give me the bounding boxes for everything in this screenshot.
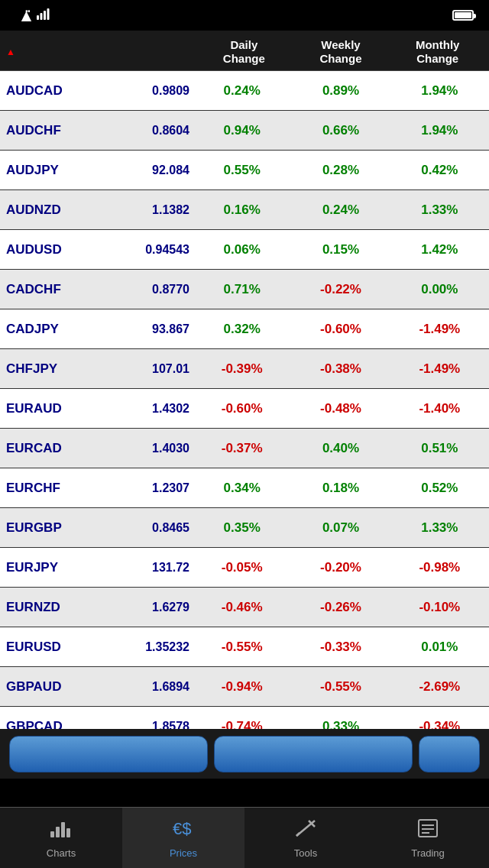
cell-last: 1.1382 [107,203,193,217]
cell-symbol: CADJPY [0,322,107,337]
cell-monthly: 1.33% [390,520,489,536]
trading-icon [416,818,440,844]
cell-daily: -0.46% [193,600,291,615]
cell-monthly: -1.49% [390,322,489,337]
cell-symbol: EURJPY [0,560,107,575]
table-row[interactable]: AUDCHF 0.8604 0.94% 0.66% 1.94% [0,111,489,151]
table-row[interactable]: GBPCAD 1.8578 -0.74% 0.33% -0.34% [0,707,489,729]
tab-charts[interactable]: Charts [0,808,122,868]
battery-icon [452,10,474,21]
cell-monthly: 1.94% [390,123,489,138]
svg-rect-1 [40,13,43,20]
table-row[interactable]: AUDNZD 1.1382 0.16% 0.24% 1.33% [0,190,489,230]
cell-weekly: 0.15% [291,242,390,257]
tab-bar: Charts €$ Prices Tools Trading [0,807,489,868]
refresh-button[interactable] [9,736,208,772]
cell-last: 1.35232 [107,640,193,654]
cell-daily: -0.74% [193,719,291,730]
daily-column-header[interactable]: DailyChange [196,38,293,66]
svg-rect-2 [44,11,46,20]
forward-button[interactable] [419,736,480,772]
cell-last: 93.867 [107,322,193,336]
svg-line-11 [296,833,300,836]
pivots-button[interactable] [214,736,413,772]
charts-icon [49,818,73,844]
tab-trading[interactable]: Trading [367,808,489,868]
tab-label: Trading [411,847,445,859]
prices-icon: €$ [171,818,196,844]
cell-weekly: -0.33% [291,640,390,655]
cell-daily: 0.34% [193,481,291,496]
cell-daily: 0.06% [193,242,291,257]
cell-last: 1.6279 [107,601,193,614]
cell-weekly: -0.38% [291,361,390,377]
svg-rect-6 [61,822,65,837]
cell-weekly: 0.33% [291,719,390,730]
table-row[interactable]: EURAUD 1.4302 -0.60% -0.48% -1.40% [0,389,489,429]
cell-weekly: 0.66% [291,123,390,138]
cell-monthly: -0.34% [390,719,489,730]
table-row[interactable]: EURJPY 131.72 -0.05% -0.20% -0.98% [0,548,489,588]
cell-symbol: CHFJPY [0,361,107,377]
cell-symbol: AUDCAD [0,83,107,99]
symbol-column-header[interactable]: ▲ [3,47,110,57]
cell-symbol: GBPCAD [0,719,107,730]
cell-last: 1.6894 [107,680,193,694]
cell-last: 0.8465 [107,521,193,535]
table-row[interactable]: EURNZD 1.6279 -0.46% -0.26% -0.10% [0,588,489,627]
cell-daily: 0.71% [193,282,291,297]
cell-last: 1.4302 [107,402,193,416]
table-row[interactable]: CHFJPY 107.01 -0.39% -0.38% -1.49% [0,349,489,389]
svg-rect-3 [47,8,50,20]
tab-label: Tools [294,847,317,859]
svg-rect-0 [37,15,39,20]
cell-weekly: 0.18% [291,481,390,496]
cell-monthly: -1.40% [390,401,489,416]
cell-weekly: -0.22% [291,282,390,297]
table-row[interactable]: EURCAD 1.4030 -0.37% 0.40% 0.51% [0,429,489,468]
cell-weekly: 0.40% [291,441,390,456]
table-row[interactable]: AUDCAD 0.9809 0.24% 0.89% 1.94% [0,71,489,111]
table-row[interactable]: EURUSD 1.35232 -0.55% -0.33% 0.01% [0,627,489,667]
cell-monthly: 0.00% [390,282,489,297]
table-row[interactable]: EURCHF 1.2307 0.34% 0.18% 0.52% [0,468,489,508]
status-left: ▲̈ [15,8,52,24]
cell-last: 1.2307 [107,481,193,495]
weekly-column-header[interactable]: WeeklyChange [293,38,390,66]
monthly-column-header[interactable]: MonthlyChange [389,38,486,66]
table-row[interactable]: GBPAUD 1.6894 -0.94% -0.55% -2.69% [0,667,489,707]
table-row[interactable]: EURGBP 0.8465 0.35% 0.07% 1.33% [0,508,489,548]
cell-monthly: 0.51% [390,441,489,456]
cell-weekly: 0.24% [291,202,390,218]
table-row[interactable]: AUDJPY 92.084 0.55% 0.28% 0.42% [0,151,489,190]
cell-daily: 0.16% [193,202,291,218]
cell-symbol: CADCHF [0,282,107,297]
cell-last: 1.8578 [107,720,193,730]
cell-weekly: -0.55% [291,679,390,695]
table-row[interactable]: AUDUSD 0.94543 0.06% 0.15% 1.42% [0,230,489,270]
tab-prices[interactable]: €$ Prices [122,808,244,868]
cell-daily: 0.94% [193,123,291,138]
status-right [452,10,474,21]
action-bar [0,729,489,779]
cell-last: 92.084 [107,164,193,177]
table-header: ▲ DailyChange WeeklyChange MonthlyChange [0,31,489,71]
wifi-icon: ▲̈ [21,8,31,23]
cell-monthly: 1.42% [390,242,489,257]
cell-weekly: -0.20% [291,560,390,575]
cell-monthly: 0.01% [390,640,489,655]
table-row[interactable]: CADCHF 0.8770 0.71% -0.22% 0.00% [0,270,489,309]
cell-symbol: AUDUSD [0,242,107,257]
table-row[interactable]: CADJPY 93.867 0.32% -0.60% -1.49% [0,309,489,349]
cell-symbol: EURUSD [0,640,107,655]
cell-symbol: EURNZD [0,600,107,615]
svg-rect-7 [66,828,70,837]
cell-last: 131.72 [107,561,193,575]
svg-text:€$: €$ [173,819,191,838]
cell-weekly: -0.60% [291,322,390,337]
cell-monthly: -2.69% [390,679,489,695]
tab-tools[interactable]: Tools [244,808,367,868]
cell-daily: -0.60% [193,401,291,416]
cell-last: 0.94543 [107,243,193,257]
cell-weekly: -0.48% [291,401,390,416]
